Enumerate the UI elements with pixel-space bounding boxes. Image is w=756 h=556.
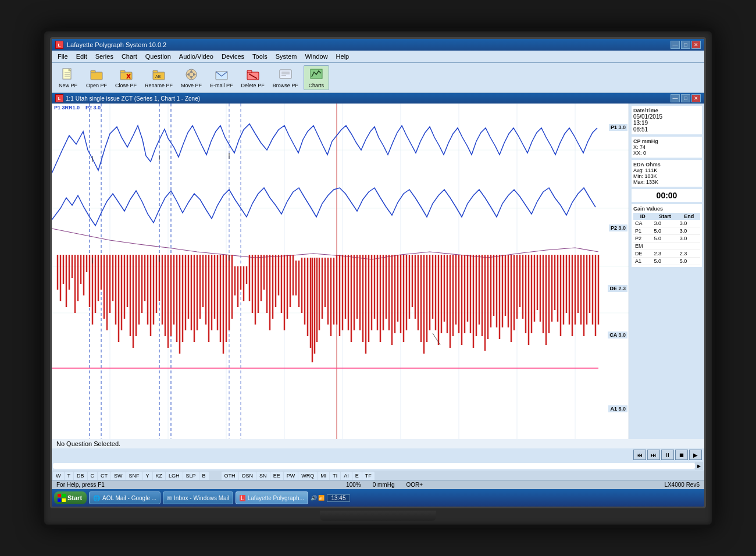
taskbar-polygraph-icon: L bbox=[240, 495, 245, 501]
email-pf-label: E-mail PF bbox=[210, 83, 233, 88]
minimize-button[interactable]: — bbox=[671, 41, 680, 49]
ca-channel-btn[interactable]: CA 3.0 bbox=[608, 332, 627, 338]
menu-question[interactable]: Question bbox=[142, 52, 174, 61]
gain-em-end bbox=[678, 243, 700, 250]
tab-tf[interactable]: TF bbox=[362, 472, 375, 480]
taskbar: Start 🌐 AOL Mail - Google ... ✉ Inbox - … bbox=[52, 489, 704, 507]
menu-edit[interactable]: Edit bbox=[73, 52, 91, 61]
tab-w[interactable]: W bbox=[53, 472, 64, 480]
tab-ai[interactable]: AI bbox=[341, 472, 352, 480]
gain-a1-end: 5.0 bbox=[678, 258, 700, 265]
taskbar-aol-window[interactable]: 🌐 AOL Mail - Google ... bbox=[89, 491, 161, 504]
tab-b[interactable]: B bbox=[199, 472, 209, 480]
tab-ct[interactable]: CT bbox=[98, 472, 110, 480]
move-pf-button[interactable]: Move PF bbox=[178, 65, 205, 90]
app-title-bar: L Lafayette Polygraph System 10.0.2 — □ … bbox=[52, 39, 704, 51]
gain-row-em: EM bbox=[633, 243, 700, 250]
tab-kz[interactable]: KZ bbox=[153, 472, 166, 480]
svg-rect-12 bbox=[153, 70, 158, 73]
tab-bar: W T DB C CT SW SNF Y KZ LGH SLP B OTH OS… bbox=[52, 471, 704, 480]
email-pf-button[interactable]: E-mail PF bbox=[207, 65, 236, 90]
menu-system[interactable]: System bbox=[272, 52, 301, 61]
taskbar-inbox-window[interactable]: ✉ Inbox - Windows Mail bbox=[163, 491, 233, 504]
svg-rect-6 bbox=[91, 70, 95, 73]
scroll-right-button[interactable]: ▶ bbox=[695, 462, 703, 470]
chart-maximize-button[interactable]: □ bbox=[681, 94, 690, 102]
tab-e[interactable]: E bbox=[352, 472, 362, 480]
pause-button[interactable]: ⏸ bbox=[661, 450, 674, 460]
menu-window[interactable]: Window bbox=[301, 52, 331, 61]
tab-pw[interactable]: PW bbox=[284, 472, 298, 480]
rename-pf-button[interactable]: AB Rename PF bbox=[142, 65, 176, 90]
menu-chart[interactable]: Chart bbox=[118, 52, 141, 61]
eda-section: EDA Ohms Avg: 111K Min: 103K Max: 133K bbox=[632, 160, 702, 187]
tab-t[interactable]: T bbox=[65, 472, 74, 480]
menu-file[interactable]: File bbox=[54, 52, 72, 61]
chart-icon: L bbox=[55, 94, 63, 102]
start-button[interactable]: Start bbox=[54, 491, 87, 504]
menu-audiovideo[interactable]: Audio/Video bbox=[176, 52, 217, 61]
stop-button[interactable]: ⏹ bbox=[675, 450, 688, 460]
de-channel-btn[interactable]: DE 2.3 bbox=[608, 285, 627, 292]
tab-wrq[interactable]: WRQ bbox=[298, 472, 317, 480]
maximize-button[interactable]: □ bbox=[681, 41, 690, 49]
timer-section: 00:00 bbox=[632, 189, 702, 202]
scroll-thumb[interactable] bbox=[53, 463, 76, 468]
chart-close-button[interactable]: ✕ bbox=[691, 94, 701, 102]
chart-minimize-button[interactable]: — bbox=[671, 94, 680, 102]
tab-db[interactable]: DB bbox=[74, 472, 87, 480]
charts-button[interactable]: Charts bbox=[304, 65, 329, 90]
a1-channel-btn[interactable]: A1 5.0 bbox=[608, 405, 627, 412]
menu-tools[interactable]: Tools bbox=[249, 52, 271, 61]
tab-lgh[interactable]: LGH bbox=[166, 472, 183, 480]
play-button[interactable]: ▶ bbox=[689, 450, 702, 460]
tab-c[interactable]: C bbox=[88, 472, 98, 480]
p1-header: P1 3RR1.0 bbox=[54, 105, 80, 111]
tab-y[interactable]: Y bbox=[143, 472, 152, 480]
gain-row-a1: A1 5.0 5.0 bbox=[633, 258, 700, 265]
svg-text:AB: AB bbox=[155, 74, 161, 79]
tab-slp[interactable]: SLP bbox=[183, 472, 199, 480]
p2-header: P2 3.0 bbox=[85, 105, 101, 111]
gain-p2-end: 3.0 bbox=[678, 235, 700, 243]
cp-label: CP mmHg bbox=[633, 138, 700, 144]
svg-line-243 bbox=[433, 333, 440, 345]
close-button[interactable]: ✕ bbox=[691, 41, 701, 49]
tab-oth[interactable]: OTH bbox=[222, 472, 238, 480]
tab-osn[interactable]: OSN bbox=[239, 472, 256, 480]
time2-value: 08:51 bbox=[633, 126, 700, 133]
open-pf-button[interactable]: Open PF bbox=[83, 65, 110, 90]
help-text: For Help, press F1 bbox=[56, 482, 105, 488]
fast-forward-button[interactable]: ⏭ bbox=[647, 450, 660, 460]
chart-plot-area[interactable]: P1 3RR1.0 P2 3.0 bbox=[52, 104, 629, 439]
rewind-button[interactable]: ⏮ bbox=[633, 450, 646, 460]
scroll-track[interactable] bbox=[53, 463, 695, 469]
p2-channel-btn[interactable]: P2 3.0 bbox=[609, 224, 627, 231]
close-pf-button[interactable]: Close PF bbox=[112, 65, 140, 90]
menu-devices[interactable]: Devices bbox=[218, 52, 248, 61]
chart-inner: P1 3RR1.0 P2 3.0 bbox=[52, 104, 704, 439]
zoom-value: 100% bbox=[346, 482, 361, 488]
delete-pf-button[interactable]: Delete PF bbox=[238, 65, 268, 90]
tab-ee[interactable]: EE bbox=[270, 472, 283, 480]
chart-title: 1:1 Utah single issue ZCT (Series 1, Cha… bbox=[66, 95, 200, 102]
tab-sw[interactable]: SW bbox=[111, 472, 126, 480]
taskbar-inbox-icon: ✉ bbox=[167, 495, 172, 501]
rename-pf-label: Rename PF bbox=[145, 83, 173, 88]
toolbar: New PF Open PF bbox=[52, 63, 704, 93]
tab-snf[interactable]: SNF bbox=[126, 472, 142, 480]
gain-row-ca: CA 3.0 3.0 bbox=[633, 220, 700, 227]
cp-x: X: 74 bbox=[633, 144, 700, 150]
taskbar-polygraph-window[interactable]: L Lafayette Polygraph... bbox=[236, 491, 308, 504]
menu-help[interactable]: Help bbox=[333, 52, 353, 61]
menu-series[interactable]: Series bbox=[92, 52, 117, 61]
new-pf-button[interactable]: New PF bbox=[55, 65, 81, 90]
browse-pf-button[interactable]: Browse PF bbox=[270, 65, 301, 90]
browse-pf-label: Browse PF bbox=[273, 83, 298, 88]
tab-mi[interactable]: MI bbox=[318, 472, 329, 480]
p1-channel-btn[interactable]: P1 3.0 bbox=[609, 124, 627, 131]
eda-avg: Avg: 111K bbox=[633, 167, 700, 173]
tab-ti[interactable]: TI bbox=[330, 472, 340, 480]
tab-sn[interactable]: SN bbox=[256, 472, 270, 480]
status-value: OOR+ bbox=[406, 482, 423, 488]
